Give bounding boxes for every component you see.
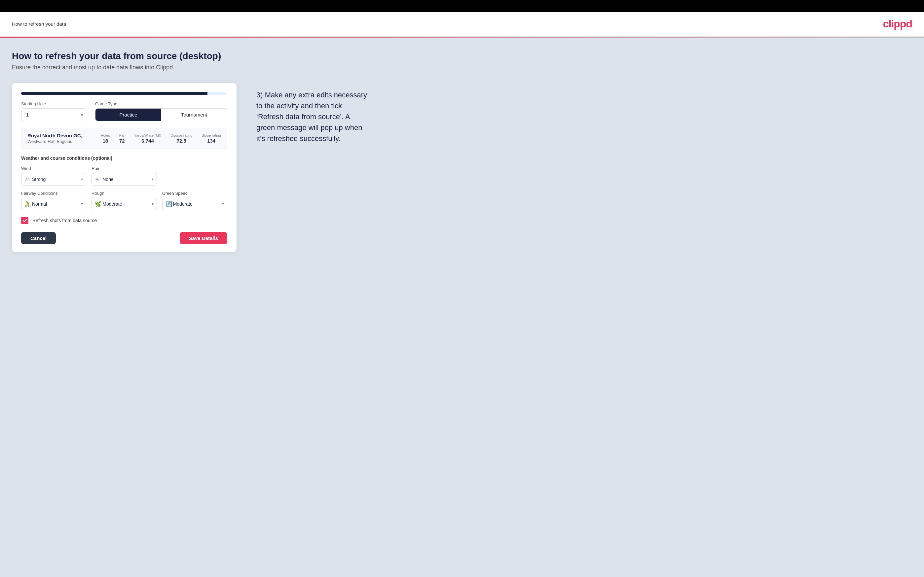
page-subheading: Ensure the correct and most up to date d… (12, 64, 912, 71)
starting-hole-wrapper: 1 10 ▾ (21, 108, 87, 121)
rough-label: Rough (92, 191, 157, 196)
wind-label: Wind (21, 166, 86, 171)
logo: clippd (883, 18, 912, 30)
conditions-row-2: Fairway Conditions 🚴 Normal Soft Hard ▾ … (21, 191, 227, 210)
rough-select[interactable]: Moderate Light Heavy (92, 198, 157, 210)
green-speed-label: Green Speed (162, 191, 227, 196)
fairway-select[interactable]: Normal Soft Hard (21, 198, 86, 210)
wind-group: Wind 🌬 Strong Calm Mild ▾ (21, 166, 86, 185)
rough-group: Rough 🌿 Moderate Light Heavy ▾ (92, 191, 157, 210)
rain-label: Rain (92, 166, 157, 171)
form-actions: Cancel Save Details (21, 232, 227, 244)
hint-bar-light (207, 92, 227, 95)
rain-select-wrapper: ☀ None Light Heavy ▾ (92, 173, 157, 185)
empty-group (162, 166, 227, 185)
course-rating-value: 72.5 (177, 138, 186, 143)
slope-rating-stat: Slope rating 134 (202, 133, 221, 143)
course-location: Westward Ho!, England (27, 139, 82, 144)
page-heading: How to refresh your data from source (de… (12, 51, 912, 61)
refresh-checkbox[interactable] (21, 217, 28, 224)
slope-rating-value: 134 (207, 138, 215, 143)
rain-group: Rain ☀ None Light Heavy ▾ (92, 166, 157, 185)
fairway-select-wrapper: 🚴 Normal Soft Hard ▾ (21, 198, 86, 210)
bottom-spacer (12, 252, 912, 265)
fairway-label: Fairway Conditions (21, 191, 86, 196)
green-speed-select[interactable]: Moderate Slow Fast (162, 198, 227, 210)
course-row: Royal North Devon GC, Westward Ho!, Engl… (21, 128, 227, 149)
form-section-top: Starting Hole 1 10 ▾ Game Type Practice … (21, 102, 227, 121)
course-rating-label: Course rating (170, 133, 192, 137)
course-name: Royal North Devon GC, (27, 133, 82, 138)
starting-hole-select[interactable]: 1 10 (21, 108, 87, 121)
slope-rating-label: Slope rating (202, 133, 221, 137)
fairway-group: Fairway Conditions 🚴 Normal Soft Hard ▾ (21, 191, 86, 210)
hint-bar-dark (21, 92, 207, 95)
green-speed-select-wrapper: 🔄 Moderate Slow Fast ▾ (162, 198, 227, 210)
wind-select-wrapper: 🌬 Strong Calm Mild ▾ (21, 173, 86, 185)
footer: Copyright Clippd 2022 (0, 575, 924, 577)
holes-value: 18 (102, 138, 108, 143)
conditions-heading: Weather and course conditions (optional) (21, 155, 227, 161)
header: How to refresh your data clippd (0, 12, 924, 37)
starting-hole-label: Starting Hole (21, 102, 87, 106)
par-value: 72 (119, 138, 125, 143)
top-bar (0, 0, 924, 12)
game-type-group: Game Type Practice Tournament (95, 102, 227, 121)
course-info: Royal North Devon GC, Westward Ho!, Engl… (27, 133, 82, 144)
rough-select-wrapper: 🌿 Moderate Light Heavy ▾ (92, 198, 157, 210)
card-top-hint (21, 92, 227, 95)
yards-stat: Yards/White (M)) 6,744 (134, 133, 161, 143)
holes-label: Holes (101, 133, 110, 137)
game-type-toggle: Practice Tournament (95, 108, 227, 121)
save-button[interactable]: Save Details (180, 232, 227, 244)
header-title: How to refresh your data (12, 21, 66, 27)
game-type-label: Game Type (95, 102, 227, 106)
form-card: Starting Hole 1 10 ▾ Game Type Practice … (12, 83, 236, 252)
side-note: 3) Make any extra edits necessary to the… (256, 83, 369, 144)
yards-label: Yards/White (M)) (134, 133, 161, 137)
side-note-text: 3) Make any extra edits necessary to the… (256, 89, 369, 144)
checkbox-row: Refresh shots from data source (21, 217, 227, 224)
yards-value: 6,744 (141, 138, 154, 143)
refresh-checkbox-label: Refresh shots from data source (32, 218, 97, 223)
wind-select[interactable]: Strong Calm Mild (21, 173, 86, 185)
main-content: How to refresh your data from source (de… (0, 38, 924, 575)
course-rating-stat: Course rating 72.5 (170, 133, 192, 143)
cancel-button[interactable]: Cancel (21, 232, 56, 244)
par-label: Par (119, 133, 125, 137)
wind-rain-row: Wind 🌬 Strong Calm Mild ▾ Rain ☀ (21, 166, 227, 185)
green-speed-group: Green Speed 🔄 Moderate Slow Fast ▾ (162, 191, 227, 210)
starting-hole-group: Starting Hole 1 10 ▾ (21, 102, 87, 121)
content-row: Starting Hole 1 10 ▾ Game Type Practice … (12, 83, 912, 252)
par-stat: Par 72 (119, 133, 125, 143)
course-stats: Holes 18 Par 72 Yards/White (M)) 6,744 C… (101, 133, 221, 143)
holes-stat: Holes 18 (101, 133, 110, 143)
practice-button[interactable]: Practice (95, 109, 161, 121)
rain-select[interactable]: None Light Heavy (92, 173, 157, 185)
tournament-button[interactable]: Tournament (161, 109, 227, 121)
